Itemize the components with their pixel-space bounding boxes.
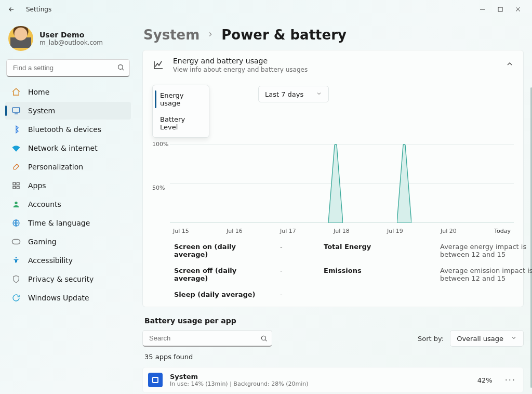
nav-item-personalization[interactable]: Personalization	[5, 158, 131, 176]
x-tick: Jul 16	[227, 228, 243, 234]
stat-screen-on-label: Screen on (daily average)	[174, 243, 268, 258]
svg-rect-14	[12, 240, 20, 244]
nav-item-accounts[interactable]: Accounts	[5, 195, 131, 213]
sort-dropdown[interactable]: Overall usage	[450, 330, 524, 347]
chevron-up-icon[interactable]	[506, 60, 514, 70]
svg-rect-1	[498, 7, 502, 11]
stat-emissions-desc: Average emission impact is between 12 an…	[440, 267, 532, 282]
search-input[interactable]	[6, 59, 130, 77]
x-tick: Jul 18	[334, 228, 350, 234]
system-icon	[11, 106, 21, 115]
paintbrush-icon	[11, 162, 21, 172]
svg-line-17	[265, 340, 267, 342]
stat-total-energy-label: Total Energy	[324, 243, 428, 258]
per-app-section: Battery usage per app Sort by: Overall u…	[142, 317, 524, 393]
nav-item-windows-update[interactable]: Windows Update	[5, 289, 131, 307]
tab-energy-usage[interactable]: Energy usage	[153, 87, 209, 111]
nav-label: Time & language	[28, 219, 90, 227]
per-app-search[interactable]	[142, 330, 272, 347]
svg-rect-11	[17, 186, 19, 189]
search-icon	[117, 63, 125, 73]
wifi-icon	[11, 143, 21, 153]
app-row[interactable]: System In use: 14% (13min) | Background:…	[142, 367, 524, 393]
stat-emissions-label: Emissions	[324, 267, 428, 282]
chevron-right-icon	[207, 30, 214, 40]
chart-line-icon	[152, 59, 165, 71]
chart-spike	[397, 144, 411, 223]
nav-item-system[interactable]: System	[5, 102, 131, 120]
more-button[interactable]: ···	[503, 374, 518, 386]
energy-panel-header[interactable]: Energy and battery usage View info about…	[143, 50, 523, 80]
apps-icon	[11, 181, 21, 190]
energy-chart: 100% 50% Jul 15	[152, 141, 514, 234]
app-name: System	[170, 373, 308, 380]
svg-rect-9	[17, 182, 19, 185]
energy-panel-title: Energy and battery usage	[173, 57, 308, 65]
shield-icon	[11, 274, 21, 284]
stat-sleep-value: -	[280, 291, 311, 298]
nav-item-bluetooth[interactable]: Bluetooth & devices	[5, 121, 131, 138]
svg-point-12	[15, 202, 17, 204]
stat-total-energy-desc: Average energy impact is between 12 and …	[440, 243, 532, 258]
globe-icon	[11, 218, 21, 228]
nav-item-apps[interactable]: Apps	[5, 177, 131, 194]
titlebar: Settings	[0, 0, 532, 19]
app-detail: In use: 14% (13min) | Background: 28% (2…	[170, 380, 308, 387]
content: System Power & battery Energy and batter…	[136, 19, 532, 394]
x-axis: Jul 15 Jul 16 Jul 17 Jul 18 Jul 19 Jul 2…	[170, 228, 514, 234]
app-icon	[148, 373, 163, 387]
svg-line-5	[122, 69, 124, 70]
update-icon	[11, 293, 21, 303]
time-range-value: Last 7 days	[265, 90, 303, 98]
breadcrumb-root[interactable]: System	[143, 27, 200, 43]
chart-plot	[170, 144, 514, 223]
breadcrumb: System Power & battery	[143, 27, 524, 43]
per-app-search-input[interactable]	[142, 330, 272, 347]
svg-point-4	[118, 65, 123, 70]
svg-point-15	[16, 257, 17, 258]
x-tick: Today	[494, 228, 511, 234]
nav-label: Personalization	[28, 163, 83, 171]
nav-item-home[interactable]: Home	[5, 83, 131, 101]
nav-label: Windows Update	[28, 294, 89, 302]
nav-label: Accounts	[28, 200, 61, 208]
nav-label: Bluetooth & devices	[28, 125, 101, 134]
energy-panel: Energy and battery usage View info about…	[142, 50, 524, 307]
profile-block[interactable]: User Demo m_lab@outlook.com	[5, 23, 131, 58]
settings-search[interactable]	[6, 59, 130, 77]
nav-item-accessibility[interactable]: Accessibility	[5, 252, 131, 269]
y-tick-50: 50%	[152, 185, 165, 191]
nav: Home System Bluetooth & devices Network …	[5, 83, 131, 307]
back-button[interactable]	[5, 3, 18, 16]
chevron-down-icon	[316, 90, 322, 98]
tab-battery-level[interactable]: Battery Level	[153, 111, 209, 135]
nav-label: Home	[28, 88, 49, 96]
accessibility-icon	[11, 256, 21, 265]
stat-screen-off-label: Screen off (daily average)	[174, 267, 268, 282]
profile-name: User Demo	[39, 31, 103, 39]
nav-label: Privacy & security	[28, 275, 94, 283]
window-close-button[interactable]	[509, 3, 527, 16]
nav-item-gaming[interactable]: Gaming	[5, 233, 131, 251]
bluetooth-icon	[11, 125, 21, 134]
x-tick: Jul 15	[173, 228, 189, 234]
svg-rect-8	[13, 182, 16, 185]
chart-spike	[328, 144, 343, 223]
avatar	[8, 26, 33, 51]
svg-rect-10	[13, 186, 16, 189]
window-maximize-button[interactable]	[491, 3, 509, 16]
y-tick-100: 100%	[152, 141, 168, 148]
time-range-dropdown[interactable]: Last 7 days	[258, 86, 329, 102]
nav-label: Accessibility	[28, 256, 73, 265]
window-minimize-button[interactable]	[474, 3, 491, 16]
nav-item-network[interactable]: Network & internet	[5, 139, 131, 157]
stat-screen-off-value: -	[280, 267, 311, 282]
person-icon	[11, 200, 21, 209]
home-icon	[11, 87, 21, 97]
profile-email: m_lab@outlook.com	[39, 39, 103, 46]
per-app-title: Battery usage per app	[144, 317, 524, 325]
svg-rect-6	[12, 108, 20, 112]
nav-item-time-language[interactable]: Time & language	[5, 214, 131, 232]
nav-label: Network & internet	[28, 144, 98, 152]
nav-item-privacy[interactable]: Privacy & security	[5, 270, 131, 288]
